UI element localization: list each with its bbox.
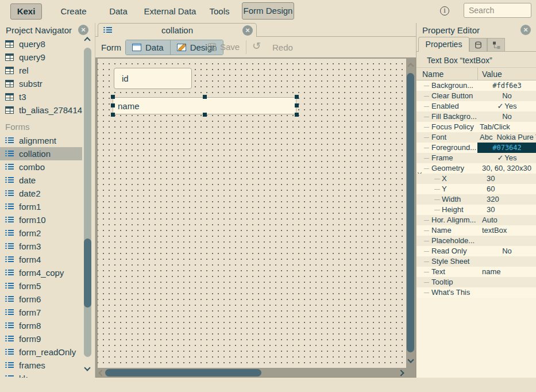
navigator-item-form9[interactable]: form9 [0, 332, 82, 345]
close-tab-icon[interactable]: × [242, 25, 253, 36]
sidebar-scrollbar-track[interactable] [84, 48, 91, 357]
form-design-canvas[interactable]: id name [98, 59, 406, 368]
resize-handle[interactable] [295, 113, 299, 117]
redo-button[interactable]: Redo [272, 43, 293, 52]
tab-properties[interactable]: Properties [418, 37, 469, 52]
tab-widget-tree[interactable] [487, 38, 505, 52]
form-icon [5, 176, 14, 184]
resize-handle[interactable] [111, 95, 115, 99]
resize-handle[interactable] [203, 113, 207, 117]
menu-create[interactable]: Create [56, 6, 91, 16]
navigator-item-form6[interactable]: form6 [0, 293, 82, 306]
tab-data-source[interactable] [469, 38, 487, 52]
column-divider[interactable] [477, 68, 478, 80]
navigator-item-tb-alias[interactable]: tb_alias_278414 [0, 103, 82, 117]
property-row-whats-this[interactable]: What's This [417, 287, 536, 298]
property-row-foreground[interactable]: Foreground... #073642 [417, 143, 536, 153]
collapse-icon[interactable] [418, 167, 422, 171]
search-input[interactable] [464, 3, 531, 18]
navigator-item-form4[interactable]: form4 [0, 253, 82, 266]
navigator-item-rel[interactable]: rel [0, 64, 82, 77]
property-row-font[interactable]: Font AbcNokia Pure Tex [417, 132, 536, 143]
resize-handle[interactable] [295, 103, 299, 107]
property-row-placeholder[interactable]: Placeholde... [417, 236, 536, 246]
check-icon: ✓ [497, 102, 503, 110]
navigator-item-query8[interactable]: query8 [0, 37, 82, 51]
save-button[interactable]: Save [208, 42, 240, 52]
property-row-x[interactable]: X 30 [417, 174, 536, 184]
name-column-header: Name [422, 70, 444, 79]
property-row-geometry[interactable]: Geometry 30, 60, 320x30 [417, 163, 536, 174]
close-icon[interactable]: × [520, 25, 531, 35]
scroll-up-icon[interactable] [84, 37, 90, 43]
property-row-clear-button[interactable]: Clear Button No [417, 91, 536, 101]
form-icon [5, 203, 14, 210]
scroll-down-icon[interactable] [407, 356, 414, 363]
property-row-width[interactable]: Width 320 [417, 194, 536, 205]
property-row-hor-alignment[interactable]: Hor. Alignm... Auto [417, 215, 536, 225]
navigator-item-date2[interactable]: date2 [0, 187, 82, 200]
navigator-item-date[interactable]: date [0, 174, 82, 187]
scroll-left-icon[interactable] [98, 370, 105, 376]
navigator-item-form2[interactable]: form2 [0, 226, 82, 240]
navigator-item-form7[interactable]: form7 [0, 306, 82, 319]
property-row-height[interactable]: Height 30 [417, 205, 536, 215]
textbox-id[interactable]: id [114, 68, 192, 89]
menu-tools[interactable]: Tools [206, 6, 233, 16]
property-row-fill-background[interactable]: Fill Backgro... No [417, 112, 536, 122]
horizontal-scrollbar-thumb[interactable] [105, 369, 261, 376]
info-icon[interactable]: i [440, 6, 449, 16]
selected-value-cell[interactable]: #073642 [477, 143, 536, 153]
navigator-item-form8[interactable]: form8 [0, 319, 82, 332]
navigator-item-form5[interactable]: form5 [0, 279, 82, 293]
sidebar-scrollbar-thumb[interactable] [84, 239, 91, 308]
value-column-header: Value [482, 70, 502, 79]
navigator-item-form3[interactable]: form3 [0, 240, 82, 253]
resize-handle[interactable] [111, 113, 115, 117]
vertical-scrollbar-thumb[interactable] [407, 73, 414, 352]
menu-form-design[interactable]: Form Design [242, 2, 294, 20]
property-row-text[interactable]: Text name [417, 267, 536, 277]
forms-section-label: Forms [5, 122, 30, 132]
property-row-focus-policy[interactable]: Focus Policy Tab/Click [417, 122, 536, 132]
resize-handle[interactable] [203, 95, 207, 99]
property-row-background[interactable]: Backgroun... #fdf6e3 [417, 80, 536, 91]
navigator-item-t3[interactable]: t3 [0, 90, 82, 103]
scroll-up-icon[interactable] [407, 63, 414, 69]
main-toolbar: Kexi Create Data External Data Tools For… [0, 0, 536, 23]
tab-collation[interactable]: collation × [98, 23, 257, 37]
navigator-item-frames[interactable]: frames [0, 359, 82, 372]
form-icon [5, 282, 14, 290]
property-row-name[interactable]: Name textBox [417, 225, 536, 236]
navigator-item-form10[interactable]: form10 [0, 213, 82, 226]
textbox-name[interactable]: name [113, 97, 296, 114]
undo-icon[interactable]: ↺ [252, 40, 261, 52]
resize-handle[interactable] [295, 95, 299, 99]
kexi-menu-button[interactable]: Kexi [10, 3, 42, 20]
property-row-style-sheet[interactable]: Style Sheet [417, 256, 536, 267]
navigator-item-collation[interactable]: collation [0, 147, 82, 160]
scroll-right-icon[interactable] [398, 370, 404, 376]
property-row-frame[interactable]: Frame ✓Yes [417, 153, 536, 163]
menu-data[interactable]: Data [104, 6, 133, 16]
navigator-item-query9[interactable]: query9 [0, 51, 82, 64]
navigator-item-substr[interactable]: substr [0, 77, 82, 90]
property-row-tooltip[interactable]: Tooltip [417, 277, 536, 287]
navigator-item-combo[interactable]: combo [0, 160, 82, 174]
resize-handle[interactable] [111, 103, 115, 107]
navigator-item-alignment[interactable]: alignment [0, 134, 82, 147]
save-icon [208, 43, 216, 51]
navigator-item-form1[interactable]: form1 [0, 200, 82, 213]
menu-external-data[interactable]: External Data [144, 6, 196, 16]
data-view-button[interactable]: Data [126, 40, 170, 55]
close-icon[interactable]: × [78, 25, 88, 35]
property-row-y[interactable]: Y 60 [417, 184, 536, 194]
navigator-item-form4-copy[interactable]: form4_copy [0, 266, 82, 279]
property-row-enabled[interactable]: Enabled ✓Yes [417, 101, 536, 112]
form-icon [5, 335, 14, 343]
property-row-read-only[interactable]: Read Only No [417, 246, 536, 256]
navigator-item-form-readonly[interactable]: form_readOnly [0, 345, 82, 359]
scroll-down-icon[interactable] [84, 364, 90, 371]
navigator-item-clipped[interactable]: kk [0, 372, 82, 378]
table-icon [5, 93, 14, 101]
